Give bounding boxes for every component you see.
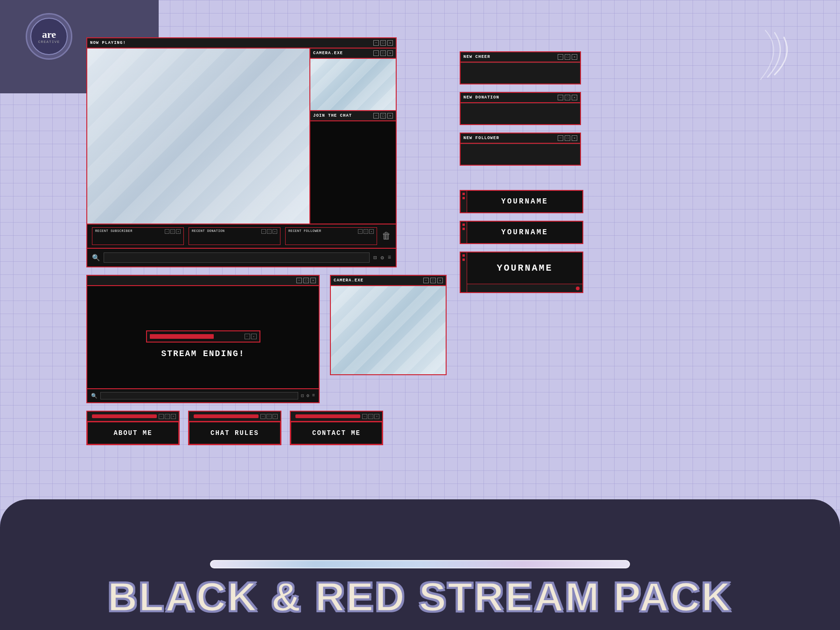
right-panels: CAMERA.EXE ─ □ ✕ — [309, 49, 396, 224]
stat2-btn2[interactable]: □ — [267, 229, 272, 234]
donation-close[interactable]: ✕ — [572, 95, 577, 100]
main-overlay-controls[interactable]: ─ □ ✕ — [373, 40, 393, 46]
cr-close[interactable]: ✕ — [273, 414, 278, 419]
small-camera-view — [331, 286, 446, 374]
small-cam-titlebar: CAMERA.EXE ─ □ ✕ — [331, 276, 446, 286]
stat3-btn1[interactable]: ─ — [358, 229, 363, 234]
about-body: ABOUT ME — [87, 422, 179, 444]
stat1-btn2[interactable]: □ — [170, 229, 175, 234]
ab-min[interactable]: ─ — [159, 414, 164, 419]
title-bar-line — [210, 560, 630, 568]
main-overlay-titlebar: NOW PLAYING! ─ □ ✕ — [87, 38, 396, 49]
stat1-btn1[interactable]: ─ — [165, 229, 169, 234]
cr-min[interactable]: ─ — [260, 414, 266, 419]
se-menu-icon: ≡ — [312, 393, 315, 399]
follower-title: NEW FOLLOWER — [463, 136, 499, 140]
red-dot — [576, 287, 580, 290]
cam-close-btn[interactable]: ✕ — [387, 50, 393, 56]
recent-follower-stat: RECENT FOLLOWER ─ □ ✕ — [285, 227, 377, 245]
prog-min[interactable]: ─ — [245, 334, 250, 339]
follower-max[interactable]: □ — [565, 135, 570, 141]
small-cam-title: CAMERA.EXE — [334, 278, 364, 283]
cam-min-btn[interactable]: ─ — [373, 50, 379, 56]
name-text-area2: YOURNAME — [467, 222, 582, 243]
stat2-btn1[interactable]: ─ — [261, 229, 266, 234]
recent-donation-stat: RECENT DONATION ─ □ ✕ — [189, 227, 280, 245]
chat-min-btn[interactable]: ─ — [373, 113, 379, 119]
progress-fill — [150, 334, 214, 339]
cm-close[interactable]: ✕ — [374, 414, 379, 419]
donation-titlebar: NEW DONATION ─ □ ✕ — [461, 93, 580, 103]
name-panel-lg: YOURNAME — [460, 252, 583, 293]
se-max[interactable]: □ — [303, 278, 309, 283]
se-min[interactable]: ─ — [296, 278, 302, 283]
chat-max-btn[interactable]: □ — [380, 113, 386, 119]
cheer-body — [461, 63, 580, 84]
subscriber-label: RECENT SUBSCRIBER — [95, 229, 133, 233]
about-bar — [92, 414, 157, 418]
camera-controls[interactable]: ─ □ ✕ — [373, 50, 393, 56]
cr-max[interactable]: □ — [266, 414, 272, 419]
stat3-btn3[interactable]: ✕ — [369, 229, 374, 234]
name-sidebar1 — [461, 191, 467, 212]
chat-close-btn[interactable]: ✕ — [387, 113, 393, 119]
sidebar-dot-5 — [462, 254, 465, 257]
cheer-max[interactable]: □ — [565, 54, 570, 60]
stream-ending-titlebar: ─ □ ✕ — [87, 276, 319, 286]
about-titlebar: ─ □ ✕ — [87, 412, 179, 422]
sidebar-dot-3 — [462, 224, 465, 226]
sc-min[interactable]: ─ — [423, 278, 429, 283]
chat-titlebar: JOIN THE CHAT ─ □ ✕ — [310, 111, 396, 121]
sc-close[interactable]: ✕ — [437, 278, 443, 283]
trash-icon[interactable]: 🗑 — [382, 231, 391, 242]
contact-label: CONTACT ME — [312, 429, 361, 437]
donation-controls[interactable]: ─ □ ✕ — [558, 95, 577, 100]
chat-body — [310, 121, 396, 224]
chat-rules-panel: ─ □ ✕ CHAT RULES — [188, 411, 281, 445]
se-close[interactable]: ✕ — [310, 278, 316, 283]
cheer-controls[interactable]: ─ □ ✕ — [558, 54, 577, 60]
small-cam-controls[interactable]: ─ □ ✕ — [423, 278, 443, 283]
cheer-titlebar: NEW CHEER ─ □ ✕ — [461, 52, 580, 63]
prog-close[interactable]: ✕ — [251, 334, 257, 339]
cm-max[interactable]: □ — [368, 414, 373, 419]
minimize-btn[interactable]: ─ — [373, 40, 379, 46]
stream-icon: ⊡ — [373, 254, 377, 261]
se-bottom-bar: 🔍 ⊡ ⚙ ≡ — [87, 388, 319, 402]
follower-close[interactable]: ✕ — [572, 135, 577, 141]
donation-label: RECENT DONATION — [192, 229, 225, 233]
settings-icon: ⚙ — [381, 254, 384, 261]
sc-max[interactable]: □ — [430, 278, 436, 283]
stream-ending-window: ─ □ ✕ ─ — [86, 275, 320, 403]
ab-max[interactable]: □ — [165, 414, 170, 419]
donation-min[interactable]: ─ — [558, 95, 563, 100]
close-btn[interactable]: ✕ — [387, 40, 393, 46]
name-footer — [467, 284, 582, 292]
logo-subtitle: CREATIVE — [38, 40, 60, 44]
donation-max[interactable]: □ — [565, 95, 570, 100]
follower-min[interactable]: ─ — [558, 135, 563, 141]
chat-rules-bar — [194, 414, 259, 418]
follower-controls[interactable]: ─ □ ✕ — [558, 135, 577, 141]
stat3-btn2[interactable]: □ — [364, 229, 368, 234]
stat1-btn3[interactable]: ✕ — [176, 229, 181, 234]
maximize-btn[interactable]: □ — [380, 40, 386, 46]
name-sidebar2 — [461, 222, 467, 243]
name-sidebar3 — [461, 252, 467, 292]
cm-min[interactable]: ─ — [362, 414, 367, 419]
bottom-title-area: BLACK & RED STREAM PACK — [0, 560, 840, 621]
cam-max-btn[interactable]: □ — [380, 50, 386, 56]
ab-close[interactable]: ✕ — [171, 414, 176, 419]
main-overlay-title: NOW PLAYING! — [90, 41, 126, 45]
se-search[interactable] — [100, 392, 298, 399]
search-input[interactable] — [104, 252, 370, 263]
stat2-btn3[interactable]: ✕ — [273, 229, 277, 234]
name-text-sm1: YOURNAME — [501, 197, 548, 206]
follower-label: RECENT FOLLOWER — [288, 229, 322, 233]
se-settings-icon: ⚙ — [307, 393, 309, 399]
chat-rules-label: CHAT RULES — [210, 429, 259, 437]
stream-ending-controls[interactable]: ─ □ ✕ — [296, 278, 316, 283]
chat-controls[interactable]: ─ □ ✕ — [373, 113, 393, 119]
cheer-close[interactable]: ✕ — [572, 54, 577, 60]
cheer-min[interactable]: ─ — [558, 54, 563, 60]
